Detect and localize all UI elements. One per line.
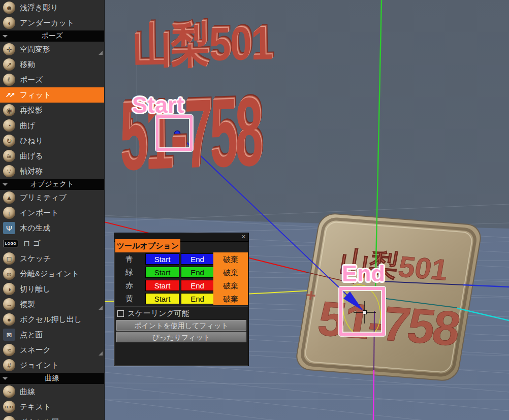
panel-separator (114, 306, 248, 307)
sidebar-item-label: 曲げる (20, 151, 43, 161)
sidebar-item-snake[interactable]: ≈ スネーク (0, 342, 104, 358)
sidebar-item-bend-stack[interactable]: ≋ 曲げる (0, 148, 104, 164)
discard-button[interactable]: 破棄 (213, 279, 248, 292)
sidebar-item-move[interactable]: ↗ 移動 (0, 57, 104, 72)
sketch-icon: ◻ (3, 252, 15, 265)
fit-color-row: 青 Start End 破棄 (114, 252, 248, 266)
sidebar-item-fit[interactable]: ↗↗ フィット (0, 87, 104, 103)
sidebar-item-tree-generation[interactable]: Ψ 木の生成 (0, 220, 104, 236)
sidebar-item-sketch[interactable]: ◻ スケッチ (0, 251, 104, 266)
end-button[interactable]: End (181, 253, 214, 265)
tree-icon: Ψ (3, 222, 15, 234)
color-row-label: 青 (125, 254, 137, 264)
flyout-corner-icon (99, 351, 103, 356)
sidebar-item-points-faces[interactable]: ⊠ 点と面 (0, 327, 104, 342)
sidebar-item-cut-off[interactable]: ◑ 切り離し (0, 281, 104, 297)
sidebar-item-primitives[interactable]: ▲ プリミティブ (0, 190, 104, 205)
sidebar-item-label: ボクセル層 (20, 417, 58, 420)
start-marker-box[interactable] (156, 115, 193, 151)
reproject-icon: ◉ (3, 104, 15, 116)
sidebar-item-reproject[interactable]: ◉ 再投影 (0, 103, 104, 118)
sidebar-item-curve[interactable]: ~ 曲線 (0, 384, 104, 399)
sidebar-item-split-join[interactable]: ∞ 分離&ジョイント (0, 266, 104, 281)
bend-icon: ◔ (3, 119, 15, 132)
tool-options-panel: ✕ ツールオプション 青 Start End 破棄 緑 Start End 破棄… (114, 233, 249, 366)
start-button[interactable]: Start (145, 253, 179, 265)
fit-using-points-button[interactable]: ポイントを使用してフィット (116, 320, 246, 331)
sidebar-item-label: ひねり (20, 136, 43, 146)
sidebar-item-label: アンダーカット (20, 18, 74, 28)
start-button[interactable]: Start (145, 267, 179, 278)
sidebar-section-curves-section[interactable]: 曲線 (0, 373, 104, 384)
sidebar-item-label: 軸対称 (20, 167, 43, 176)
sidebar-item-twist[interactable]: ↻ ひねり (0, 133, 104, 148)
sidebar-item-voxel-layer[interactable]: ◒ ボクセル層 (0, 414, 104, 420)
sidebar-item-label: スケッチ (20, 254, 51, 264)
plate-text-line2: 51-758 (314, 291, 463, 356)
sidebar-item-joint[interactable]: # ジョイント (0, 358, 104, 373)
sidebar-item-space-deform[interactable]: ✛ 空間変形 (0, 42, 104, 57)
sidebar-item-label: プリミティブ (20, 193, 67, 203)
sidebar-item-label: オブジェクト (30, 180, 74, 189)
flyout-corner-icon (99, 306, 103, 310)
end-button[interactable]: End (181, 267, 214, 278)
move-icon: ↗ (3, 58, 15, 71)
sidebar-item-label: 木の生成 (20, 223, 50, 233)
sidebar-section-pose-section[interactable]: ポーズ (0, 30, 104, 42)
sidebar-section-objects-section[interactable]: オブジェクト (0, 179, 104, 190)
exact-fit-button[interactable]: ぴったりフィット (116, 332, 246, 342)
discard-button[interactable]: 破棄 (213, 292, 248, 305)
scaling-checkbox[interactable] (117, 310, 124, 317)
sidebar-item-label: 曲げ (20, 121, 35, 131)
discard-button[interactable]: 破棄 (213, 266, 248, 279)
sidebar-item-label: ポーズ (41, 31, 63, 41)
logo-icon: LOGO (3, 240, 18, 247)
close-icon[interactable]: ✕ (241, 234, 246, 240)
sidebar-item-label: テキスト (20, 402, 51, 412)
end-button[interactable]: End (181, 293, 214, 304)
sidebar-item-label: スネーク (20, 345, 51, 355)
discard-button[interactable]: 破棄 (213, 252, 248, 266)
sidebar-item-label: 移動 (20, 60, 35, 70)
sidebar-item-label: 空間変形 (20, 45, 50, 54)
sidebar-item-bend[interactable]: ◔ 曲げ (0, 118, 104, 133)
plate-3d-object: 山梨501 + 51-758 (294, 213, 483, 381)
start-marker-label: Start (132, 93, 184, 116)
sidebar-item-label: 再投影 (20, 106, 43, 115)
sidebar-item-axial-symmetry[interactable]: ∵ 軸対称 (0, 164, 104, 179)
end-button[interactable]: End (181, 280, 214, 291)
voxel-layer-icon: ◒ (3, 416, 15, 420)
sidebar-item-voxel-extrude[interactable]: ● ボクセル押し出し (0, 312, 104, 327)
sidebar-item-label: ジョイント (20, 361, 59, 370)
flyout-corner-icon (99, 51, 103, 55)
sidebar-item-label: ポーズ (20, 75, 43, 85)
end-marker-label: End (342, 262, 385, 285)
sidebar-item-label: インポート (20, 208, 58, 218)
fit-color-row: 緑 Start End 破棄 (114, 266, 248, 279)
end-marker-box[interactable] (339, 287, 385, 336)
curve-icon: ~ (3, 385, 15, 398)
start-button[interactable]: Start (145, 280, 179, 291)
sidebar-item-duplicate[interactable]: → 複製 (0, 297, 104, 312)
sidebar-item-pose[interactable]: ✌ ポーズ (0, 72, 104, 87)
fit-color-row: 黄 Start End 破棄 (114, 292, 248, 305)
section-collapse-caret-icon (3, 377, 8, 380)
scaling-checkbox-label: スケーリング可能 (128, 309, 189, 318)
sidebar-item-text[interactable]: TEXT テキスト (0, 399, 104, 414)
sidebar-item-label: 曲線 (20, 387, 35, 397)
sidebar-item-shallow-relief[interactable]: ☻ 浅浮き彫り (0, 0, 104, 15)
text-icon: TEXT (3, 401, 15, 413)
voxel-extrude-icon: ● (3, 313, 15, 326)
axial-symmetry-icon: ∵ (3, 165, 15, 177)
panel-title-tab[interactable]: ツールオプション (115, 239, 180, 252)
sidebar-item-logo[interactable]: LOGO ロ ゴ (0, 236, 104, 251)
bend-stack-icon: ≋ (3, 150, 15, 162)
sidebar-item-import[interactable]: ↓ インポート (0, 205, 104, 220)
sidebar-item-label: ボクセル押し出し (20, 315, 82, 325)
fit-icon: ↗↗ (3, 89, 15, 101)
sidebar-item-undercut[interactable]: ◖ アンダーカット (0, 15, 104, 30)
split-join-icon: ∞ (3, 268, 15, 280)
space-deform-icon: ✛ (3, 43, 15, 55)
cutoff-icon: ◑ (3, 283, 15, 295)
start-button[interactable]: Start (145, 293, 179, 304)
